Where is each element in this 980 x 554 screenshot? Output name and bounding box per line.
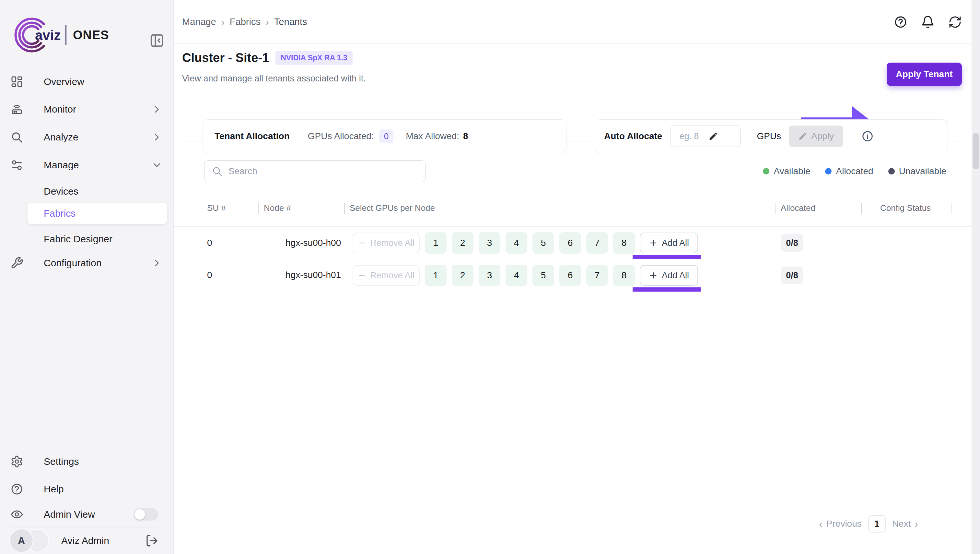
node-name-cell: hgx-su00-h00 — [285, 227, 341, 259]
logout-icon[interactable] — [145, 534, 159, 548]
legend-label: Unavailable — [899, 166, 946, 176]
sidebar-item-configuration[interactable]: Configuration — [0, 249, 173, 277]
sidebar-item-overview[interactable]: Overview — [0, 68, 173, 96]
legend-item-allocated: Allocated — [825, 166, 873, 176]
auto-allocate-apply-button[interactable]: Apply — [789, 126, 843, 147]
column-separator — [344, 203, 345, 214]
auto-allocate-title: Auto Allocate — [604, 131, 662, 141]
page-title: Cluster - Site-1 — [182, 51, 269, 65]
apply-tenant-button[interactable]: Apply Tenant — [887, 62, 962, 86]
search-placeholder: Search — [229, 166, 257, 176]
page-subtitle: View and manage all tenants associated w… — [182, 73, 366, 84]
sidebar-item-help[interactable]: Help — [0, 475, 173, 503]
gpus-allocated-label: GPUs Allocated: — [308, 131, 374, 141]
tenant-allocation-title: Tenant Allocation — [215, 131, 290, 141]
sidebar-item-analyze[interactable]: Analyze — [0, 123, 173, 151]
scrollbar-track[interactable] — [972, 0, 980, 554]
sidebar-item-fabric-designer[interactable]: Fabric Designer — [0, 228, 173, 250]
gpu-chip-4[interactable]: 4 — [506, 232, 527, 254]
info-icon[interactable] — [861, 130, 874, 142]
help-icon[interactable] — [894, 15, 907, 29]
column-separator — [951, 203, 951, 214]
magnifier-icon — [10, 131, 23, 144]
gpu-chip-3[interactable]: 3 — [479, 265, 500, 286]
auto-allocate-input[interactable]: eg. 8 — [670, 126, 740, 147]
legend-dot — [825, 168, 832, 174]
avatar: A — [9, 528, 34, 553]
gpu-chip-1[interactable]: 1 — [425, 265, 447, 286]
ra-version-badge: NVIDIA SpX RA 1.3 — [275, 51, 352, 65]
user-row: A Aviz Admin — [0, 527, 173, 554]
sidebar-item-fabrics[interactable]: Fabrics — [27, 203, 167, 224]
bell-icon[interactable] — [921, 15, 935, 29]
breadcrumb-separator: › — [266, 16, 269, 27]
table-header: SU # Node # Select GPUs per Node Allocat… — [174, 200, 980, 217]
scrollbar-thumb[interactable] — [972, 133, 979, 169]
table-row: 0 hgx-su00-h00 Remove All 12345678 Add A… — [174, 227, 980, 259]
column-separator — [775, 203, 775, 214]
sidebar-item-manage[interactable]: Manage — [0, 151, 173, 179]
gpu-chip-4[interactable]: 4 — [506, 265, 527, 286]
sidebar-item-monitor[interactable]: Monitor — [0, 95, 173, 123]
breadcrumb: Manage › Fabrics › Tenants — [182, 0, 307, 44]
su-number-cell: 0 — [207, 259, 212, 291]
column-node: Node # — [264, 200, 291, 217]
su-number-cell: 0 — [207, 227, 212, 259]
legend-dot — [888, 168, 895, 174]
column-select-gpus: Select GPUs per Node — [350, 200, 435, 217]
add-all-button[interactable]: Add All — [640, 233, 698, 253]
max-allowed-label: Max Allowed: — [406, 131, 459, 141]
next-page-button[interactable]: Next › — [892, 519, 918, 529]
logo-divider — [65, 25, 67, 45]
gpu-chip-5[interactable]: 5 — [533, 265, 554, 286]
current-page-box[interactable]: 1 — [868, 515, 886, 533]
minus-icon — [358, 239, 366, 247]
gpus-unit-label: GPUs — [757, 131, 781, 141]
tenant-allocation-card: Tenant Allocation GPUs Allocated: 0 Max … — [202, 119, 566, 153]
breadcrumb-manage[interactable]: Manage — [182, 16, 216, 27]
plus-icon — [649, 238, 658, 247]
sidebar-item-admin-view: Admin View — [0, 500, 173, 528]
sidebar-item-settings[interactable]: Settings — [0, 448, 173, 476]
gpu-chip-2[interactable]: 2 — [452, 232, 474, 254]
user-name: Aviz Admin — [61, 535, 109, 546]
gpu-chip-7[interactable]: 7 — [586, 232, 608, 254]
gpu-chip-6[interactable]: 6 — [559, 265, 581, 286]
gpu-chip-2[interactable]: 2 — [452, 265, 474, 286]
column-separator — [861, 203, 862, 214]
refresh-icon[interactable] — [948, 15, 962, 29]
gpu-status-legend: AvailableAllocatedUnavailable — [763, 160, 946, 182]
node-name-cell: hgx-su00-h01 — [285, 259, 341, 291]
gpu-chip-8[interactable]: 8 — [613, 232, 635, 254]
remove-all-button[interactable]: Remove All — [353, 233, 420, 253]
pencil-icon — [708, 131, 718, 141]
eye-icon — [10, 508, 23, 521]
gpu-chip-3[interactable]: 3 — [479, 232, 500, 254]
gpu-chip-6[interactable]: 6 — [559, 232, 581, 254]
breadcrumb-fabrics[interactable]: Fabrics — [230, 16, 261, 27]
legend-label: Allocated — [836, 166, 873, 176]
pagination: ‹ Previous 1 Next › — [819, 515, 918, 533]
add-all-button[interactable]: Add All — [640, 265, 698, 286]
search-input[interactable]: Search — [204, 160, 425, 182]
wrench-icon — [10, 257, 23, 270]
auto-allocate-card: Auto Allocate eg. 8 GPUs Apply — [595, 119, 948, 153]
chevron-left-icon: ‹ — [819, 519, 822, 529]
sidebar-collapse-icon[interactable] — [150, 33, 164, 48]
previous-page-button[interactable]: ‹ Previous — [819, 519, 862, 529]
remove-all-button[interactable]: Remove All — [353, 265, 420, 286]
gpu-chip-7[interactable]: 7 — [586, 265, 608, 286]
page-header: Cluster - Site-1 NVIDIA SpX RA 1.3 View … — [174, 44, 980, 97]
chevron-right-icon: › — [915, 519, 918, 529]
gpu-chip-8[interactable]: 8 — [613, 265, 635, 286]
breadcrumb-separator: › — [221, 16, 224, 27]
sidebar-item-devices[interactable]: Devices — [0, 180, 173, 202]
admin-view-toggle[interactable] — [134, 508, 158, 520]
legend-dot — [763, 168, 769, 174]
gpu-chip-1[interactable]: 1 — [425, 232, 447, 254]
legend-item-available: Available — [763, 166, 810, 176]
gpu-chip-5[interactable]: 5 — [533, 232, 554, 254]
dashboard-icon — [10, 75, 23, 88]
svg-text:aviz: aviz — [35, 27, 60, 43]
column-separator — [258, 203, 259, 214]
